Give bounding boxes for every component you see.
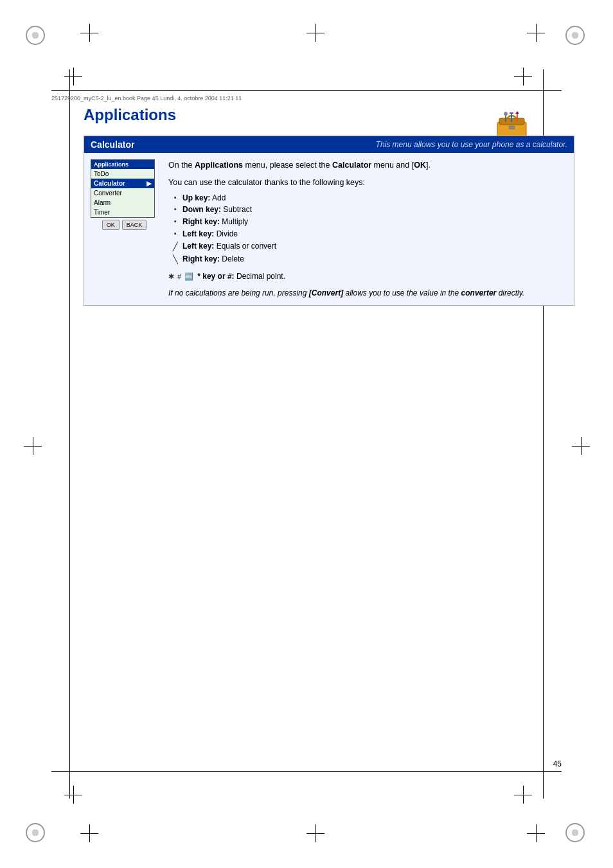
- decimal-row: ✱ # 🔤 * key or #: Decimal point.: [168, 272, 567, 281]
- calculator-header: Calculator This menu allows you to use y…: [84, 136, 574, 153]
- calculator-title: Calculator: [91, 139, 134, 150]
- border-line-bottom: [51, 771, 562, 772]
- symbol-icon: 🔤: [182, 272, 193, 281]
- registration-mark-in-tr: [514, 67, 532, 85]
- key-label-right-multiply: Right key: Multiply: [182, 217, 248, 227]
- key-item-left-equals: ╱ Left key: Equals or convert: [168, 241, 567, 252]
- content-intro: On the Applications menu, please select …: [168, 159, 567, 172]
- page-content: Applications Calculator This menu allows…: [84, 100, 574, 765]
- registration-mark-in-br: [514, 786, 532, 804]
- phone-menu-todo: ToDo: [91, 169, 154, 179]
- key-label-right-delete: Right key: Delete: [182, 254, 244, 265]
- phone-screen: Applications ToDo Calculator ▶ Converter…: [91, 159, 155, 218]
- phone-screen-header: Applications: [91, 160, 154, 169]
- content-area: On the Applications menu, please select …: [168, 159, 567, 299]
- calculator-description: This menu allows you to use your phone a…: [376, 140, 567, 149]
- key-item-right-delete: ╲ Right key: Delete: [168, 254, 567, 265]
- calculator-body: Applications ToDo Calculator ▶ Converter…: [84, 153, 574, 305]
- phone-mockup: Applications ToDo Calculator ▶ Converter…: [91, 159, 158, 299]
- border-line-left: [69, 69, 70, 799]
- registration-mark-in-bl: [64, 786, 82, 804]
- key-icon-left-equals: ╱: [168, 241, 182, 252]
- decimal-text: * key or #: Decimal point.: [197, 272, 285, 281]
- registration-mark-tm-cross: [306, 24, 324, 42]
- registration-mark-bl-cross: [80, 824, 98, 842]
- key-label-left-divide: Left key: Divide: [182, 229, 238, 240]
- registration-mark-tr-cross: [527, 24, 545, 42]
- hash-icon: #: [175, 272, 181, 280]
- key-label-left-equals: Left key: Equals or convert: [182, 241, 276, 252]
- section-title: Applications: [84, 106, 574, 124]
- key-label-down: Down key: Subtract: [182, 204, 252, 215]
- key-icon-down: ▪: [168, 204, 182, 214]
- registration-mark-in-tl: [64, 67, 82, 85]
- phone-ok-button[interactable]: OK: [102, 220, 120, 230]
- key-icon-right-delete: ╲: [168, 254, 182, 265]
- phone-menu-calculator: Calculator ▶: [91, 179, 154, 188]
- phone-menu-converter: Converter: [91, 188, 154, 198]
- registration-mark-bl-gear: [26, 823, 45, 842]
- registration-mark-br-cross: [527, 824, 545, 842]
- star-icon: ✱: [168, 272, 174, 281]
- keys-title: You can use the calculator thanks to the…: [168, 177, 567, 189]
- key-label-up: Up key: Add: [182, 193, 226, 204]
- registration-mark-tl-gear: [26, 26, 45, 45]
- key-item-up: ▪ Up key: Add: [168, 193, 567, 204]
- registration-mark-bm-cross: [306, 824, 324, 842]
- phone-back-button[interactable]: BACK: [122, 220, 147, 230]
- content-note: If no calculations are being run, pressi…: [168, 287, 567, 299]
- registration-mark-br-gear: [565, 823, 585, 842]
- key-item-left-divide: ▪ Left key: Divide: [168, 229, 567, 240]
- registration-mark-ml-cross: [24, 437, 42, 455]
- key-item-right-multiply: ▪ Right key: Multiply: [168, 217, 567, 227]
- border-line-top: [51, 90, 562, 91]
- registration-mark-tl-cross: [80, 24, 98, 42]
- phone-menu-alarm: Alarm: [91, 198, 154, 208]
- phone-menu-timer: Timer: [91, 208, 154, 217]
- keys-list: ▪ Up key: Add ▪ Down key: Subtract ▪ Rig…: [168, 193, 567, 266]
- registration-mark-tr-gear: [565, 26, 585, 45]
- key-icon-up: ▪: [168, 193, 182, 202]
- decimal-icons: ✱ # 🔤: [168, 272, 193, 281]
- key-icon-right-multiply: ▪: [168, 217, 182, 226]
- key-item-down: ▪ Down key: Subtract: [168, 204, 567, 215]
- key-icon-left-divide: ▪: [168, 229, 182, 238]
- registration-mark-mr-cross: [572, 437, 590, 455]
- calculator-section: Calculator This menu allows you to use y…: [84, 136, 574, 306]
- page-number: 45: [553, 759, 562, 768]
- phone-buttons: OK BACK: [91, 220, 158, 230]
